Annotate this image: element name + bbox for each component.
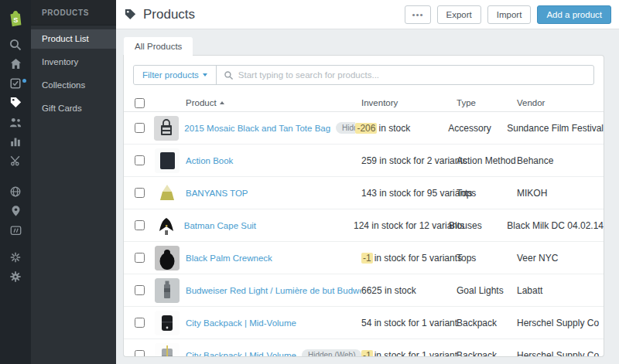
table-row: City Backpack | Mid-Volume 54 in stock f… (124, 307, 604, 339)
row-checkbox[interactable] (135, 350, 145, 356)
sidebar-item-collections[interactable]: Collections (31, 76, 116, 95)
inventory-warning: -1 (361, 350, 373, 357)
search-icon (224, 70, 234, 80)
product-vendor: Herschel Supply Co (517, 350, 604, 357)
column-inventory[interactable]: Inventory (361, 98, 457, 107)
row-checkbox[interactable] (135, 123, 145, 133)
buy-button-icon[interactable] (0, 220, 31, 240)
product-vendor: Behance (517, 155, 604, 166)
filter-products-label: Filter products (142, 70, 199, 80)
hidden-web-badge: Hidden (Web) (336, 122, 355, 134)
table-row: Black Palm Crewneck -1in stock for 5 var… (124, 242, 604, 274)
orders-notification-dot (22, 79, 26, 83)
online-store-icon[interactable] (0, 182, 31, 201)
product-link[interactable]: City Backpack | Mid-Volume (186, 351, 296, 357)
column-vendor[interactable]: Vendor (517, 98, 604, 107)
row-checkbox[interactable] (135, 253, 145, 263)
inventory-text: 124 in stock for 12 variants (354, 220, 464, 231)
product-thumbnail (155, 246, 180, 270)
column-type[interactable]: Type (457, 98, 517, 107)
filter-products-button[interactable]: Filter products (134, 66, 217, 84)
inventory-text: 6625 in stock (361, 285, 416, 296)
inventory-cell: 143 in stock for 95 variants (361, 188, 457, 199)
reports-icon[interactable] (0, 131, 31, 151)
sidebar-item-inventory[interactable]: Inventory (31, 53, 116, 72)
search-input[interactable] (238, 70, 587, 80)
product-link[interactable]: City Backpack | Mid-Volume (186, 318, 296, 328)
product-thumbnail (155, 278, 180, 303)
sort-ascending-icon (220, 101, 224, 104)
product-link[interactable]: Action Book (186, 156, 233, 165)
search-icon[interactable] (0, 35, 31, 54)
row-checkbox[interactable] (135, 188, 145, 198)
select-all-checkbox[interactable] (135, 98, 145, 108)
search-box (217, 66, 593, 84)
point-of-sale-icon[interactable] (0, 201, 31, 220)
products-icon[interactable] (0, 93, 31, 112)
add-product-button[interactable]: Add a product (537, 5, 611, 24)
table-row: Batman Cape Suit 124 in stock for 12 var… (124, 209, 604, 242)
product-link[interactable]: Batman Cape Suit (184, 221, 256, 230)
product-thumbnail (155, 148, 180, 173)
filter-bar: Filter products (133, 65, 594, 85)
table-row: City Backpack | Mid-VolumeHidden (Web) -… (124, 339, 604, 356)
sidebar-item-product-list[interactable]: Product List (31, 29, 116, 49)
inventory-text: in stock (378, 123, 410, 134)
products-card: Filter products Product Inven (124, 56, 604, 356)
sidebar-item-gift-cards[interactable]: Gift Cards (31, 99, 116, 118)
inventory-cell: -206in stock (355, 123, 448, 134)
apps-icon[interactable] (0, 247, 31, 267)
product-vendor: Herschel Supply Co (517, 318, 604, 328)
table-row: Action Book 259 in stock for 2 variants … (124, 145, 604, 177)
orders-icon[interactable] (0, 73, 31, 93)
product-link[interactable]: 2015 Mosaic Black and Tan Tote Bag (184, 124, 330, 133)
row-checkbox[interactable] (135, 155, 145, 165)
product-type: Tops (457, 188, 517, 199)
inventory-text: 259 in stock for 2 variants (361, 155, 467, 166)
row-checkbox[interactable] (135, 285, 145, 295)
product-thumbnail (155, 181, 180, 206)
product-type: Backpack (457, 318, 517, 328)
inventory-warning: -1 (361, 253, 373, 264)
product-vendor: Black Milk DC 04.02.14 (507, 220, 604, 231)
product-type: Goal Lights (457, 285, 517, 296)
inventory-cell: -1in stock for 5 variants (361, 253, 457, 264)
product-thumbnail (155, 343, 180, 357)
inventory-cell: -1in stock for 1 variant (361, 350, 457, 357)
customers-icon[interactable] (0, 112, 31, 131)
inventory-text: in stock for 1 variant (374, 350, 457, 357)
inventory-text: 54 in stock for 1 variant (361, 318, 457, 328)
row-checkbox[interactable] (135, 220, 145, 230)
product-link[interactable]: Budweiser Red Light / Lumière de but Bud… (186, 286, 361, 295)
hidden-web-badge: Hidden (Web) (302, 349, 361, 356)
product-vendor: Labatt (517, 285, 604, 296)
tag-icon (124, 8, 137, 21)
main-area: Products ••• Export Import Add a product… (116, 0, 619, 364)
product-vendor: Veer NYC (517, 253, 604, 264)
home-icon[interactable] (0, 54, 31, 73)
product-link[interactable]: BANYANS TOP (186, 189, 248, 198)
inventory-warning: -206 (355, 123, 377, 134)
row-checkbox[interactable] (135, 318, 145, 328)
more-actions-button[interactable]: ••• (405, 5, 430, 24)
product-type: Accessory (448, 123, 507, 134)
tab-all-products[interactable]: All Products (124, 37, 193, 56)
discounts-icon[interactable] (0, 151, 31, 170)
product-link[interactable]: Black Palm Crewneck (186, 253, 272, 263)
product-vendor: MIKOH (517, 188, 604, 199)
caret-down-icon (203, 73, 207, 77)
column-product[interactable]: Product (186, 98, 361, 107)
content-area: All Products Filter products (116, 29, 619, 364)
table-header: Product Inventory Type Vendor (124, 94, 604, 112)
shopify-logo[interactable]: S (0, 5, 31, 32)
inventory-cell: 54 in stock for 1 variant (361, 318, 457, 328)
product-type: Action Method (457, 155, 517, 166)
inventory-cell: 259 in stock for 2 variants (361, 155, 457, 166)
inventory-cell: 6625 in stock (361, 285, 457, 296)
svg-text:S: S (13, 16, 18, 24)
app-rail: S (0, 0, 31, 364)
products-sidebar: PRODUCTS Product List Inventory Collecti… (31, 0, 116, 364)
import-button[interactable]: Import (487, 5, 532, 24)
export-button[interactable]: Export (437, 5, 481, 24)
settings-icon[interactable] (0, 267, 31, 286)
